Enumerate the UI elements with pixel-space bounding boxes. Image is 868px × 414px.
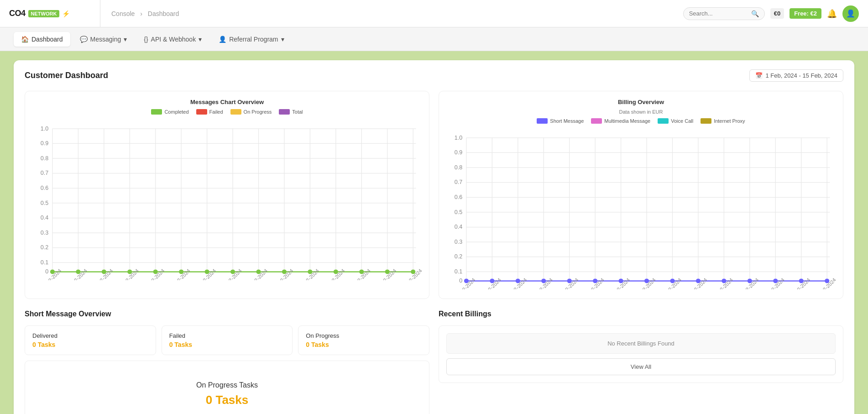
svg-text:13-02-2024: 13-02-2024: [349, 268, 371, 280]
svg-text:11-02-2024: 11-02-2024: [711, 277, 734, 289]
legend-total: Total: [279, 109, 303, 115]
svg-text:02-02-2024: 02-02-2024: [480, 277, 502, 289]
logo-network: NETWORK: [28, 10, 60, 17]
nav-item-api[interactable]: {} API & Webhook ▾: [136, 32, 209, 47]
svg-text:04-02-2024: 04-02-2024: [531, 277, 554, 289]
messaging-chevron-icon: ▾: [124, 36, 127, 43]
legend-color-on-progress: [230, 109, 241, 115]
messages-chart-title: Messages Chart Overview: [32, 99, 422, 105]
svg-text:09-02-2024: 09-02-2024: [246, 268, 268, 280]
svg-text:0: 0: [45, 268, 48, 275]
svg-text:12-02-2024: 12-02-2024: [737, 277, 759, 289]
referral-icon: 👤: [219, 36, 226, 43]
legend-voice-call: Voice Call: [658, 118, 693, 124]
recent-billings-section: Recent Billings No Recent Billings Found…: [439, 310, 843, 414]
on-progress-tasks-value: 0 Tasks: [45, 393, 409, 407]
legend-color-internet-proxy: [701, 118, 711, 124]
svg-text:06-02-2024: 06-02-2024: [169, 268, 191, 280]
breadcrumb-console: Console: [111, 10, 135, 17]
svg-text:07-02-2024: 07-02-2024: [608, 277, 631, 289]
short-message-title: Short Message Overview: [25, 310, 429, 318]
svg-text:1.0: 1.0: [455, 135, 462, 141]
breadcrumb: Console › Dashboard: [110, 10, 674, 17]
logo-leaf-icon: ⚡: [62, 10, 70, 17]
stat-delivered-value: 0 Tasks: [32, 341, 148, 348]
breadcrumb-page: Dashboard: [148, 10, 179, 17]
messages-chart-svg-wrapper: 1.0 0.9 0.8 0.7 0.6 0.5 0.4 0.3 0.2 0.1 …: [32, 120, 422, 282]
svg-text:14-02-2024: 14-02-2024: [789, 277, 811, 289]
header-right: 🔍 €0 Free: €2 🔔 👤: [683, 5, 859, 22]
legend-label-short-message: Short Message: [550, 118, 584, 124]
svg-text:07-02-2024: 07-02-2024: [194, 268, 217, 280]
dashboard-card: Customer Dashboard 📅 1 Feb, 2024 - 15 Fe…: [14, 60, 854, 414]
svg-text:01-02-2024: 01-02-2024: [454, 277, 476, 289]
nav-item-referral[interactable]: 👤 Referral Program ▾: [211, 32, 291, 47]
svg-text:0: 0: [459, 278, 462, 284]
page-title: Customer Dashboard: [25, 71, 108, 80]
logo-area: CO4 NETWORK ⚡: [9, 0, 100, 27]
svg-text:03-02-2024: 03-02-2024: [505, 277, 528, 289]
stat-failed-label: Failed: [169, 332, 285, 339]
nav-label-api: API & Webhook: [151, 36, 196, 43]
messages-chart-svg: 1.0 0.9 0.8 0.7 0.6 0.5 0.4 0.3 0.2 0.1 …: [32, 120, 422, 280]
svg-text:1.0: 1.0: [41, 126, 48, 132]
svg-text:10-02-2024: 10-02-2024: [685, 277, 708, 289]
svg-text:0.8: 0.8: [41, 155, 48, 162]
legend-on-progress: On Progress: [230, 109, 272, 115]
svg-text:09-02-2024: 09-02-2024: [660, 277, 682, 289]
billing-chart-subtitle: Data shown in EUR: [446, 109, 836, 115]
legend-color-completed: [151, 109, 162, 115]
billing-chart-title: Billing Overview: [446, 99, 836, 105]
on-progress-card: On Progress Tasks 0 Tasks: [25, 361, 429, 414]
search-box[interactable]: 🔍: [683, 7, 765, 20]
dashboard-header: Customer Dashboard 📅 1 Feb, 2024 - 15 Fe…: [25, 69, 843, 82]
stat-on-progress: On Progress 0 Tasks: [298, 325, 429, 355]
no-billings-message: No Recent Billings Found: [446, 333, 836, 354]
search-input[interactable]: [689, 10, 748, 17]
svg-text:13-02-2024: 13-02-2024: [763, 277, 785, 289]
avatar[interactable]: 👤: [842, 5, 859, 22]
legend-label-internet-proxy: Internet Proxy: [714, 118, 745, 124]
svg-text:0.2: 0.2: [41, 244, 48, 251]
svg-text:05-02-2024: 05-02-2024: [143, 268, 165, 280]
legend-failed: Failed: [196, 109, 223, 115]
nav-bar: 🏠 Dashboard 💬 Messaging ▾ {} API & Webho…: [0, 27, 868, 51]
nav-label-referral: Referral Program: [229, 36, 278, 43]
svg-text:01-02-2024: 01-02-2024: [40, 268, 62, 280]
svg-text:0.1: 0.1: [41, 259, 48, 266]
svg-text:0.3: 0.3: [41, 230, 48, 236]
view-all-button[interactable]: View All: [446, 358, 836, 375]
svg-text:0.2: 0.2: [455, 253, 462, 260]
stat-delivered-label: Delivered: [32, 332, 148, 339]
svg-text:14-02-2024: 14-02-2024: [375, 268, 397, 280]
billings-section: No Recent Billings Found View All: [439, 325, 843, 383]
legend-completed: Completed: [151, 109, 188, 115]
date-range-picker[interactable]: 📅 1 Feb, 2024 - 15 Feb, 2024: [749, 69, 843, 82]
notification-bell-button[interactable]: 🔔: [827, 9, 837, 19]
messages-chart-legend: Completed Failed On Progress Total: [32, 109, 422, 115]
svg-text:05-02-2024: 05-02-2024: [557, 277, 579, 289]
svg-text:0.5: 0.5: [455, 209, 462, 215]
legend-label-failed: Failed: [209, 109, 223, 115]
svg-text:0.4: 0.4: [41, 215, 48, 221]
legend-color-failed: [196, 109, 207, 115]
svg-text:11-02-2024: 11-02-2024: [298, 268, 320, 280]
messaging-icon: 💬: [80, 36, 88, 43]
legend-label-voice-call: Voice Call: [671, 118, 693, 124]
svg-text:0.4: 0.4: [455, 224, 462, 230]
svg-text:08-02-2024: 08-02-2024: [220, 268, 243, 280]
svg-text:0.7: 0.7: [41, 170, 48, 176]
stat-on-progress-value: 0 Tasks: [306, 341, 422, 348]
svg-text:0.9: 0.9: [455, 149, 462, 156]
nav-item-messaging[interactable]: 💬 Messaging ▾: [73, 32, 135, 47]
svg-text:10-02-2024: 10-02-2024: [272, 268, 294, 280]
short-message-section: Short Message Overview Delivered 0 Tasks…: [25, 310, 429, 414]
nav-item-dashboard[interactable]: 🏠 Dashboard: [14, 32, 70, 47]
messages-chart-container: Messages Chart Overview Completed Failed…: [25, 91, 429, 299]
stat-failed: Failed 0 Tasks: [162, 325, 293, 355]
billing-chart-container: Billing Overview Data shown in EUR Short…: [439, 91, 843, 299]
legend-label-completed: Completed: [164, 109, 188, 115]
svg-text:0.7: 0.7: [455, 179, 462, 185]
svg-text:02-02-2024: 02-02-2024: [66, 268, 88, 280]
on-progress-tasks-label: On Progress Tasks: [45, 381, 409, 389]
